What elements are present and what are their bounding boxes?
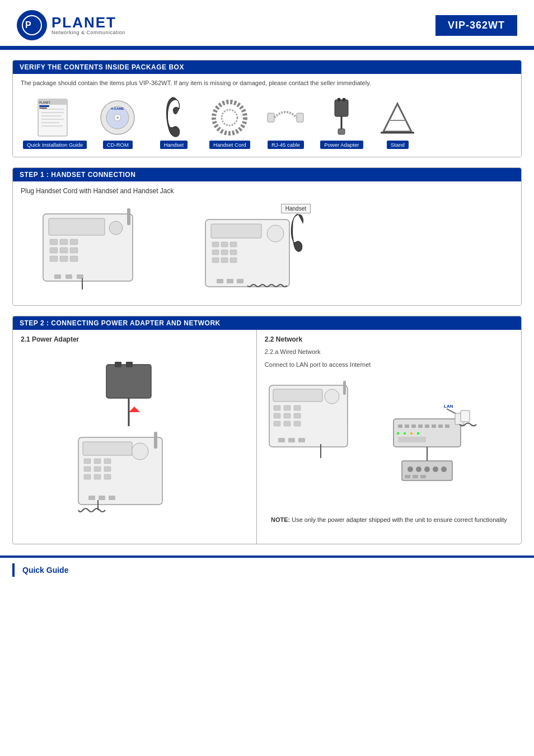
svg-rect-98	[298, 438, 305, 442]
network-diagram: LAN	[265, 374, 513, 508]
rj45-icon	[261, 96, 310, 138]
svg-rect-32	[60, 239, 68, 245]
pkg-label-cdrom: CD-ROM	[103, 141, 133, 149]
svg-rect-47	[211, 224, 261, 238]
pkg-item-rj45: RJ-45 cable	[260, 96, 311, 149]
section-step1: Step 1 : Handset Connection Plug Handset…	[12, 167, 522, 306]
svg-rect-95	[294, 421, 301, 426]
svg-rect-53	[221, 250, 228, 255]
svg-rect-31	[50, 239, 58, 245]
svg-rect-72	[104, 459, 111, 464]
svg-point-40	[109, 221, 123, 235]
network-description: Connect to LAN port to access Internet	[265, 361, 513, 369]
handset-label: Handset	[281, 204, 311, 213]
section-verify-contents: VERIFY THE CONTENTS INSIDE PACKAGE BOX T…	[12, 60, 522, 157]
svg-rect-107	[432, 424, 436, 428]
svg-rect-39	[70, 256, 78, 262]
svg-rect-24	[343, 98, 345, 101]
phone-left-diagram	[38, 203, 149, 294]
svg-rect-49	[212, 242, 219, 247]
svg-rect-71	[94, 459, 101, 464]
svg-rect-41	[54, 274, 61, 279]
svg-point-16	[116, 116, 119, 119]
pkg-label-rj45: RJ-45 cable	[268, 141, 304, 149]
svg-rect-34	[50, 248, 58, 253]
svg-point-118	[416, 466, 421, 472]
svg-rect-33	[70, 239, 78, 245]
svg-rect-70	[84, 459, 91, 464]
svg-point-120	[433, 466, 438, 472]
logo-area: P PLANET Networking & Communication	[17, 10, 125, 40]
model-badge: VIP-362WT	[435, 15, 517, 36]
svg-rect-23	[338, 98, 340, 101]
svg-rect-64	[126, 362, 133, 367]
col1-title: 2.1 Power Adapter	[21, 335, 249, 343]
pkg-label-cord: Handset Cord	[209, 141, 250, 149]
svg-point-112	[410, 432, 413, 435]
step1-header: Step 1 : Handset Connection	[13, 168, 521, 181]
step2-columns: 2.1 Power Adapter	[13, 330, 521, 544]
svg-point-68	[132, 443, 148, 460]
svg-text:P: P	[25, 20, 31, 30]
step2-col-network: 2.2 Network 2.2.a Wired Network Connect …	[257, 330, 521, 544]
pkg-label-guide: Quick Installation Guide	[23, 141, 87, 149]
svg-rect-57	[230, 258, 237, 263]
cord-icon	[205, 96, 254, 138]
power-adapter-diagram	[21, 348, 249, 538]
pkg-label-adapter: Power Adapter	[320, 141, 363, 149]
svg-text:PLANET: PLANET	[39, 101, 50, 104]
svg-rect-20	[268, 113, 274, 122]
svg-rect-73	[84, 466, 91, 472]
svg-rect-83	[154, 432, 157, 449]
col2-title: 2.2 Network	[265, 335, 513, 343]
step1-description: Plug Handset Cord with Handset and Hands…	[21, 187, 513, 195]
svg-rect-99	[343, 381, 346, 395]
pkg-item-guide: PLANET Quick Installation Guide	[23, 96, 87, 149]
svg-rect-38	[60, 256, 68, 262]
svg-rect-30	[49, 218, 105, 235]
phone-right-diagram: Handset	[189, 203, 312, 294]
stand-icon	[373, 96, 422, 138]
svg-rect-76	[84, 474, 91, 479]
pkg-item-handset: Handset	[148, 96, 199, 149]
svg-rect-96	[278, 438, 285, 442]
note-box: NOTE: Use only the power adapter shipped…	[265, 516, 513, 523]
note-text: Use only the power adapter shipped with …	[292, 516, 507, 523]
svg-marker-66	[129, 407, 140, 412]
svg-rect-124	[420, 475, 426, 478]
svg-rect-108	[438, 424, 443, 428]
pkg-label-handset: Handset	[160, 141, 188, 149]
svg-rect-85	[273, 389, 322, 402]
footer-bar-accent	[12, 563, 15, 577]
svg-rect-97	[288, 438, 295, 442]
svg-rect-81	[109, 496, 115, 500]
adapter-icon	[317, 96, 366, 138]
pkg-item-stand: Stand	[372, 96, 423, 149]
svg-rect-89	[294, 405, 301, 410]
svg-rect-56	[221, 258, 228, 263]
svg-rect-52	[212, 250, 219, 255]
svg-rect-114	[398, 437, 426, 442]
svg-rect-94	[284, 421, 291, 426]
svg-rect-87	[274, 405, 280, 410]
svg-rect-80	[99, 496, 105, 500]
svg-rect-54	[230, 250, 237, 255]
svg-rect-50	[221, 242, 228, 247]
svg-rect-62	[106, 365, 151, 398]
svg-rect-92	[294, 413, 301, 418]
svg-rect-78	[104, 474, 111, 479]
cdrom-icon: 4-GAME	[93, 96, 142, 138]
svg-rect-79	[88, 496, 95, 500]
svg-rect-43	[77, 274, 83, 279]
svg-rect-91	[284, 413, 291, 418]
svg-rect-106	[425, 424, 429, 428]
svg-point-119	[424, 466, 430, 472]
svg-rect-122	[405, 475, 410, 478]
svg-rect-103	[405, 424, 409, 428]
svg-rect-63	[115, 362, 121, 367]
svg-rect-12	[39, 108, 47, 109]
svg-point-18	[214, 102, 245, 133]
page-footer: Quick Guide	[0, 556, 534, 582]
logo-subtitle: Networking & Communication	[51, 30, 125, 35]
svg-rect-127	[461, 410, 470, 422]
